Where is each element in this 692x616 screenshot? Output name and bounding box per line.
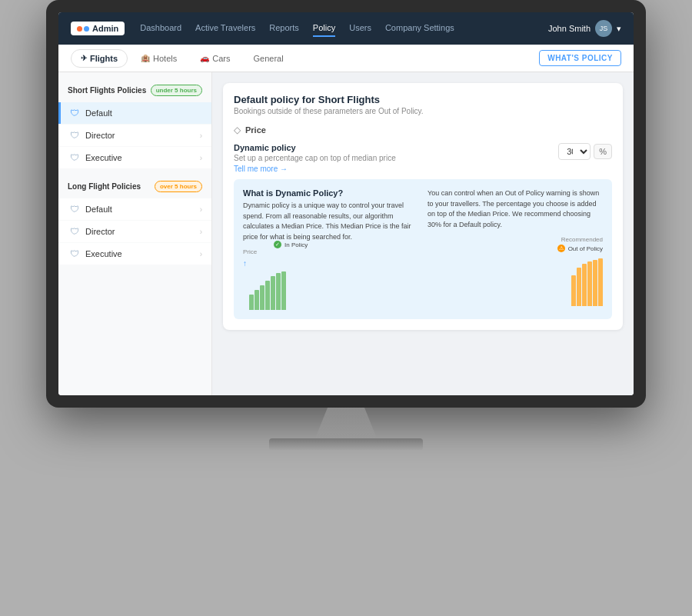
logo-text: Admin — [92, 24, 118, 33]
nav-company-settings[interactable]: Company Settings — [385, 20, 454, 37]
sidebar: Short Flights Policies under 5 hours 🛡 D… — [58, 72, 212, 395]
sidebar-item-short-default[interactable]: 🛡 Default — [58, 102, 211, 124]
chevron-right-icon: › — [200, 205, 202, 214]
sub-header: ✈ Flights 🏨 Hotels 🚗 Cars General — [58, 45, 634, 72]
price-icon: ◇ — [234, 125, 241, 135]
tab-general[interactable]: General — [243, 49, 293, 68]
chart-arrow-icon: ↑ — [243, 259, 247, 268]
dynamic-policy-control: 30 20 40 50 % — [558, 143, 612, 160]
long-director-label: Director — [85, 227, 115, 236]
info-box-title: What is Dynamic Policy? — [243, 188, 418, 198]
short-flights-title: Short Flights Policies — [68, 86, 146, 95]
sidebar-item-left: 🛡 Director — [70, 226, 115, 237]
sidebar-item-left: 🛡 Executive — [70, 248, 122, 259]
info-box-left: What is Dynamic Policy? Dynamic policy i… — [243, 188, 418, 310]
hotels-icon: 🏨 — [141, 54, 150, 62]
nav-links: Dashboard Active Travelers Reports Polic… — [140, 20, 548, 37]
long-default-label: Default — [85, 205, 112, 214]
tab-cars[interactable]: 🚗 Cars — [190, 49, 240, 68]
chart-area: Price ↑ — [243, 248, 418, 310]
sidebar-item-short-executive[interactable]: 🛡 Executive › — [58, 147, 211, 168]
tab-hotels-label: Hotels — [153, 54, 177, 63]
nav-policy[interactable]: Policy — [313, 20, 335, 37]
monitor-wrapper: Admin Dashboard Active Travelers Reports… — [0, 0, 692, 616]
chart-bar-orange — [598, 258, 603, 306]
info-box-right: You can control when an Out of Policy wa… — [428, 188, 603, 310]
dot-orange — [77, 26, 82, 32]
chart-bar — [276, 273, 281, 310]
monitor-stand-base — [269, 438, 423, 451]
user-name: John Smith — [548, 24, 591, 33]
shield-icon: 🛡 — [70, 130, 81, 141]
chart-bar-orange — [582, 264, 587, 306]
chevron-right-icon: › — [200, 250, 202, 258]
info-box-right-text: You can control when an Out of Policy wa… — [428, 188, 603, 230]
tell-me-more-link[interactable]: Tell me more → — [234, 165, 558, 173]
sidebar-item-left: 🛡 Director — [70, 130, 115, 141]
chart-bar — [265, 281, 270, 310]
logo-badge[interactable]: Admin — [71, 22, 125, 35]
nav-reports[interactable]: Reports — [269, 20, 299, 37]
chevron-right-icon: › — [200, 228, 202, 236]
sidebar-item-left: 🛡 Default — [70, 204, 112, 215]
avatar: JS — [595, 20, 612, 37]
dynamic-policy-row: Dynamic policy Set up a percentage cap o… — [234, 143, 612, 173]
short-executive-label: Executive — [85, 153, 122, 162]
recommended-label: Recommended — [428, 236, 603, 243]
chart-bar-orange — [593, 260, 597, 306]
long-flights-section: Long Flight Policies over 5 hours 🛡 Defa… — [58, 178, 211, 265]
chart-bar — [281, 271, 286, 310]
dynamic-policy-title: Dynamic policy — [234, 143, 558, 152]
shield-icon: 🛡 — [70, 152, 81, 163]
shield-icon-active: 🛡 — [70, 108, 81, 118]
chart-bar-orange — [571, 275, 576, 306]
chart-bar-orange — [587, 261, 592, 306]
nav-user[interactable]: John Smith JS ▾ — [548, 20, 621, 37]
chart-bar — [249, 295, 254, 310]
chevron-right-icon: › — [200, 154, 202, 162]
long-flights-badge: over 5 hours — [155, 181, 202, 192]
in-policy-legend-label: In Policy — [284, 241, 308, 248]
info-box-left-text: Dynamic policy is a unique way to contro… — [243, 201, 418, 242]
nav-dashboard[interactable]: Dashboard — [140, 20, 181, 37]
policy-card: Default policy for Short Flights Booking… — [223, 83, 623, 330]
monitor-body: Admin Dashboard Active Travelers Reports… — [46, 0, 646, 408]
short-default-label: Default — [85, 108, 112, 118]
long-flights-header: Long Flight Policies over 5 hours — [58, 178, 211, 195]
policy-card-title: Default policy for Short Flights — [234, 94, 612, 105]
info-box: What is Dynamic Policy? Dynamic policy i… — [234, 179, 612, 319]
chevron-right-icon: › — [200, 132, 202, 140]
out-of-policy-legend-label: Out of Policy — [568, 245, 603, 252]
tab-cars-label: Cars — [212, 54, 230, 63]
price-label: Price — [245, 125, 266, 135]
short-flights-badge: under 5 hours — [151, 85, 202, 96]
sidebar-item-long-default[interactable]: 🛡 Default › — [58, 198, 211, 220]
dot-blue — [84, 26, 89, 32]
price-section: ◇ Price — [234, 125, 612, 135]
short-flights-section: Short Flights Policies under 5 hours 🛡 D… — [58, 82, 211, 168]
sidebar-item-short-director[interactable]: 🛡 Director › — [58, 125, 211, 146]
dynamic-policy-info: Dynamic policy Set up a percentage cap o… — [234, 143, 558, 173]
whats-policy-button[interactable]: WHAT'S POLICY — [539, 50, 621, 66]
percentage-symbol: % — [594, 144, 612, 159]
navbar: Admin Dashboard Active Travelers Reports… — [58, 12, 634, 45]
short-flights-header: Short Flights Policies under 5 hours — [58, 82, 211, 99]
long-executive-label: Executive — [85, 249, 122, 258]
dropdown-chevron-icon: ▾ — [617, 24, 621, 34]
tab-flights[interactable]: ✈ Flights — [71, 49, 128, 68]
price-axis-label: Price — [243, 248, 257, 255]
monitor-stand-neck — [315, 408, 377, 438]
nav-active-travelers[interactable]: Active Travelers — [195, 20, 255, 37]
shield-icon: 🛡 — [70, 204, 81, 215]
chart-bar-orange — [577, 268, 581, 306]
tab-hotels[interactable]: 🏨 Hotels — [131, 49, 187, 68]
sidebar-item-left: 🛡 Executive — [70, 152, 122, 163]
sidebar-item-long-executive[interactable]: 🛡 Executive › — [58, 243, 211, 265]
long-flights-title: Long Flight Policies — [68, 182, 141, 191]
sidebar-item-long-director[interactable]: 🛡 Director › — [58, 221, 211, 242]
shield-icon: 🛡 — [70, 226, 81, 237]
screen: Admin Dashboard Active Travelers Reports… — [58, 12, 634, 395]
short-director-label: Director — [85, 131, 115, 140]
nav-users[interactable]: Users — [349, 20, 371, 37]
percentage-select[interactable]: 30 20 40 50 — [558, 143, 591, 160]
